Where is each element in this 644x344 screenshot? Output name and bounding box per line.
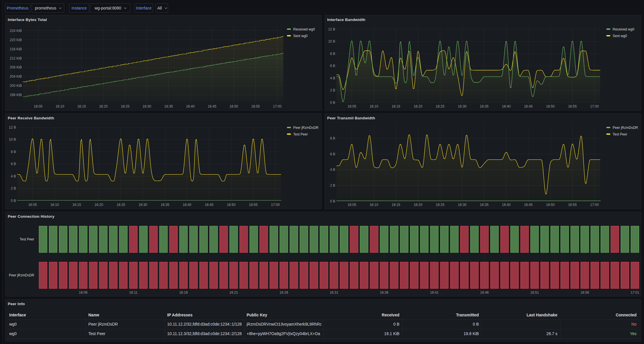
svg-text:16:10: 16:10 [369,203,378,207]
svg-text:16:05: 16:05 [28,203,37,207]
svg-text:16:55: 16:55 [251,104,260,108]
svg-text:12 B: 12 B [328,27,335,31]
svg-text:16:45: 16:45 [524,104,533,108]
svg-text:16:35: 16:35 [480,203,489,207]
svg-text:16:10: 16:10 [56,104,64,108]
svg-text:Test Peer: Test Peer [20,237,34,241]
svg-text:8 B: 8 B [330,52,335,56]
svg-text:Sent wg0: Sent wg0 [613,34,627,38]
svg-text:200 KiB: 200 KiB [10,84,22,88]
svg-text:216 KiB: 216 KiB [10,47,22,51]
svg-text:16:26: 16:26 [279,291,288,295]
svg-text:Test Peer: Test Peer [293,132,308,136]
svg-text:16:05: 16:05 [34,104,43,108]
svg-text:10 B: 10 B [328,39,335,43]
svg-text:224 KiB: 224 KiB [10,29,22,33]
svg-text:16:50: 16:50 [546,203,555,207]
svg-text:8 B: 8 B [11,150,16,154]
svg-text:16:46: 16:46 [480,291,489,295]
svg-text:196 KiB: 196 KiB [10,93,22,97]
svg-text:204 KiB: 204 KiB [10,74,22,79]
svg-text:4 B: 4 B [330,168,335,172]
svg-text:0 B: 0 B [330,101,335,105]
svg-text:16:45: 16:45 [205,203,214,207]
svg-text:16:55: 16:55 [249,203,258,207]
svg-text:0 B: 0 B [11,199,16,203]
svg-text:17:00: 17:00 [590,203,599,207]
svg-text:16:05: 16:05 [348,203,356,207]
svg-text:16:20: 16:20 [99,104,108,108]
svg-text:16:36: 16:36 [380,291,388,295]
svg-text:16:20: 16:20 [414,203,422,207]
svg-text:16:40: 16:40 [183,203,191,207]
svg-text:4 B: 4 B [330,76,335,80]
svg-text:16:11: 16:11 [129,291,138,295]
svg-text:6 B: 6 B [11,162,16,166]
svg-text:16:25: 16:25 [121,104,129,108]
svg-text:16:40: 16:40 [186,104,195,108]
svg-text:Received wg0: Received wg0 [613,27,635,31]
svg-text:16:40: 16:40 [502,104,510,108]
svg-text:16:50: 16:50 [227,203,235,207]
svg-text:10 B: 10 B [9,137,16,142]
svg-text:2 B: 2 B [330,88,335,92]
svg-text:16:30: 16:30 [458,104,466,108]
svg-text:16:15: 16:15 [77,104,86,108]
svg-text:212 KiB: 212 KiB [10,56,22,60]
svg-text:16:51: 16:51 [530,291,539,295]
svg-text:16:35: 16:35 [480,104,489,108]
svg-text:16:45: 16:45 [524,203,533,207]
svg-text:16:06: 16:06 [79,291,87,295]
svg-text:16:10: 16:10 [369,104,378,108]
svg-text:16:15: 16:15 [392,203,400,207]
svg-text:16:25: 16:25 [436,104,444,108]
svg-text:16:41: 16:41 [430,291,439,295]
svg-text:6 B: 6 B [330,152,335,156]
svg-text:6 B: 6 B [330,64,335,68]
svg-text:16:30: 16:30 [142,104,151,108]
svg-text:16:05: 16:05 [348,104,356,108]
svg-text:12 B: 12 B [9,125,16,129]
svg-text:208 KiB: 208 KiB [10,65,22,69]
svg-text:16:20: 16:20 [414,104,422,108]
svg-text:16:15: 16:15 [392,104,400,108]
svg-text:16:30: 16:30 [139,203,147,207]
svg-text:16:25: 16:25 [117,203,125,207]
svg-text:Sent wg0: Sent wg0 [293,34,308,38]
svg-text:4 B: 4 B [11,174,16,178]
svg-text:17:00: 17:00 [590,104,599,108]
svg-text:16:50: 16:50 [229,104,238,108]
svg-text:16:50: 16:50 [546,104,555,108]
svg-text:16:40: 16:40 [502,203,510,207]
svg-text:Received wg0: Received wg0 [293,27,315,31]
svg-text:17:00: 17:00 [273,104,281,108]
svg-text:16:10: 16:10 [50,203,59,207]
svg-text:16:15: 16:15 [73,203,81,207]
svg-text:16:21: 16:21 [229,291,238,295]
svg-text:16:31: 16:31 [330,291,338,295]
svg-text:16:30: 16:30 [458,203,466,207]
svg-text:16:55: 16:55 [568,104,577,108]
svg-text:Peer jRzmDsDR: Peer jRzmDsDR [9,273,34,277]
svg-text:Peer jRzmDsDR: Peer jRzmDsDR [293,126,319,130]
svg-text:Test Peer: Test Peer [613,132,627,136]
svg-text:2 B: 2 B [330,184,335,188]
svg-text:Peer jRzmDsDR: Peer jRzmDsDR [613,126,638,130]
svg-text:220 KiB: 220 KiB [10,38,22,42]
svg-text:0 B: 0 B [330,199,335,203]
svg-text:16:35: 16:35 [161,203,169,207]
svg-text:16:56: 16:56 [580,291,589,295]
svg-text:16:16: 16:16 [179,291,188,295]
svg-text:17:01: 17:01 [630,291,639,295]
svg-text:16:35: 16:35 [164,104,173,108]
svg-text:17:00: 17:00 [271,203,280,207]
svg-text:16:25: 16:25 [436,203,444,207]
svg-text:16:20: 16:20 [94,203,103,207]
svg-text:16:45: 16:45 [208,104,216,108]
svg-text:8 B: 8 B [330,136,335,140]
svg-text:2 B: 2 B [11,186,16,190]
svg-text:16:55: 16:55 [568,203,577,207]
